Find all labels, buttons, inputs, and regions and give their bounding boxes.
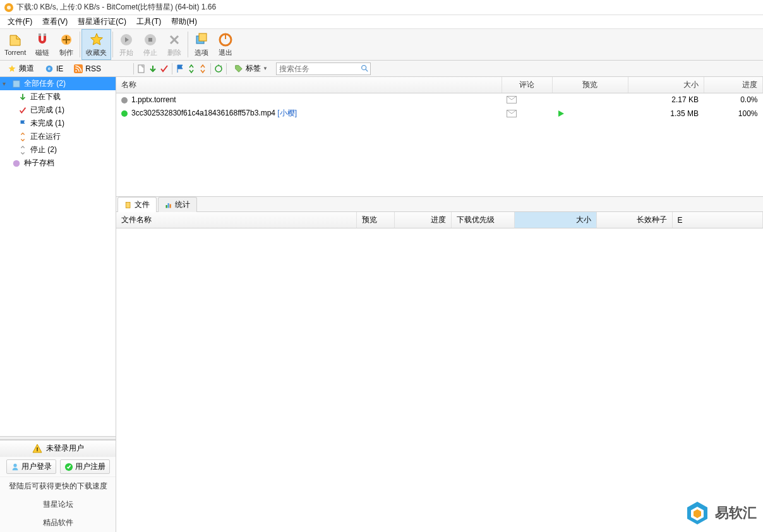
dcol-seed[interactable]: 长效种子: [596, 212, 672, 228]
task-row[interactable]: 3cc302532830f61c4a18436168ff57b3.mp4 [小樱…: [116, 106, 763, 121]
register-button[interactable]: 用户注册: [60, 459, 110, 474]
separator: [226, 63, 227, 74]
svg-rect-16: [138, 65, 144, 73]
task-name: 3cc302532830f61c4a18436168ff57b3.mp4: [131, 109, 275, 117]
exit-button[interactable]: 退出: [213, 29, 237, 60]
task-tree: ▾ 全部任务 (2) 正在下载 已完成 (1) 未完成 (1) 正在运行: [0, 77, 116, 436]
updown-orange-icon[interactable]: [198, 64, 208, 74]
dcol-size[interactable]: 大小: [514, 212, 596, 228]
expander-icon[interactable]: ▾: [3, 80, 9, 87]
col-preview[interactable]: 预览: [552, 77, 628, 93]
task-tag: [小樱]: [275, 109, 297, 117]
svg-rect-14: [74, 64, 83, 73]
tab-stats[interactable]: 统计: [158, 197, 197, 212]
menu-bar: 文件(F) 查看(V) 彗星通行证(C) 工具(T) 帮助(H): [0, 15, 763, 29]
progress-cell: 100%: [704, 106, 763, 121]
separator: [210, 63, 211, 74]
channel-button[interactable]: 频道: [3, 61, 39, 76]
soft-link[interactable]: 精品软件: [0, 514, 116, 532]
torrent-icon: [8, 33, 23, 48]
mail-icon: [507, 110, 517, 117]
exit-icon: [218, 32, 233, 47]
tree-downloading[interactable]: 正在下载: [0, 90, 116, 103]
check-icon[interactable]: [159, 64, 169, 74]
search-icon[interactable]: [360, 64, 369, 73]
preview-cell[interactable]: [552, 93, 628, 107]
new-doc-icon[interactable]: [136, 64, 147, 74]
col-comment[interactable]: 评论: [502, 77, 552, 93]
make-button[interactable]: 制作: [54, 29, 78, 60]
stats-icon: [165, 201, 172, 209]
options-button[interactable]: 选项: [189, 29, 213, 60]
col-size[interactable]: 大小: [628, 77, 704, 93]
separator: [133, 63, 134, 74]
svg-point-18: [362, 65, 366, 69]
tree-stopped[interactable]: 停止 (2): [0, 143, 116, 157]
menu-tools[interactable]: 工具(T): [131, 15, 166, 28]
svg-point-15: [76, 70, 77, 71]
stop-button[interactable]: 停止: [138, 29, 162, 60]
start-button[interactable]: 开始: [114, 29, 138, 60]
updown-green-icon[interactable]: [186, 64, 196, 74]
svg-text:e: e: [48, 66, 51, 71]
size-cell: 2.17 KB: [628, 93, 704, 107]
search-box: [276, 62, 371, 75]
make-icon: [59, 32, 74, 47]
dcol-progress[interactable]: 进度: [394, 212, 451, 228]
preview-cell[interactable]: [552, 106, 628, 121]
col-name[interactable]: 名称: [116, 77, 502, 93]
tree-running[interactable]: 正在运行: [0, 130, 116, 143]
menu-passport[interactable]: 彗星通行证(C): [73, 15, 131, 28]
dcol-e[interactable]: E: [672, 212, 763, 228]
ie-icon: e: [44, 64, 54, 74]
svg-rect-7: [148, 38, 152, 42]
task-row[interactable]: 1.pptx.torrent2.17 KB0.0%: [116, 93, 763, 107]
ie-button[interactable]: e IE: [40, 62, 68, 76]
tree-all-tasks[interactable]: ▾ 全部任务 (2): [0, 77, 116, 90]
svg-rect-26: [126, 202, 130, 208]
refresh-icon[interactable]: [213, 64, 224, 74]
detail-table: 文件名称 预览 进度 下载优先级 大小 长效种子 E: [116, 212, 763, 532]
magnet-button[interactable]: 磁链: [30, 29, 54, 60]
menu-help[interactable]: 帮助(H): [166, 15, 202, 28]
star-icon: [89, 32, 104, 47]
tree-unfinished[interactable]: 未完成 (1): [0, 117, 116, 130]
tab-files[interactable]: 文件: [117, 197, 157, 212]
dropdown-icon: ▼: [263, 66, 268, 71]
options-icon: [194, 32, 209, 47]
comment-cell[interactable]: [502, 93, 552, 107]
dcol-fname[interactable]: 文件名称: [116, 212, 356, 228]
torrent-button[interactable]: Torrent: [0, 29, 30, 60]
login-tip: 登陆后可获得更快的下载速度: [0, 477, 116, 495]
watermark-text: 易软汇: [715, 504, 757, 523]
archive-icon: [11, 158, 21, 168]
delete-icon: [167, 32, 182, 47]
rss-button[interactable]: RSS: [69, 62, 105, 76]
svg-point-1: [7, 6, 11, 9]
magnet-icon: [35, 32, 50, 47]
play-icon: [557, 110, 565, 117]
down-arrow-icon[interactable]: [148, 64, 158, 74]
comment-cell[interactable]: [502, 106, 552, 121]
flag-icon[interactable]: [175, 64, 185, 74]
login-button[interactable]: 用户登录: [6, 459, 56, 474]
svg-rect-19: [13, 80, 20, 87]
tree-finished[interactable]: 已完成 (1): [0, 103, 116, 117]
dcol-preview[interactable]: 预览: [356, 212, 394, 228]
task-table: 名称 评论 预览 大小 进度 1.pptx.torrent2.17 KB0.0%…: [116, 77, 763, 197]
search-input[interactable]: [276, 62, 371, 75]
svg-rect-9: [199, 33, 207, 41]
menu-view[interactable]: 查看(V): [37, 15, 73, 28]
svg-rect-2: [39, 33, 41, 36]
folder-icon: [11, 79, 21, 89]
separator: [172, 63, 172, 74]
favorites-button[interactable]: 收藏夹: [81, 29, 111, 60]
tags-button[interactable]: 标签 ▼: [229, 61, 272, 76]
forum-link[interactable]: 彗星论坛: [0, 495, 116, 514]
col-progress[interactable]: 进度: [704, 77, 763, 93]
delete-button[interactable]: 删除: [162, 29, 186, 60]
tree-archive[interactable]: 种子存档: [0, 157, 116, 170]
dcol-priority[interactable]: 下载优先级: [451, 212, 514, 228]
user-panel: ! 未登录用户 用户登录 用户注册 登陆后可获得更快的下载速度 彗星论坛 精品软…: [0, 440, 116, 532]
menu-file[interactable]: 文件(F): [3, 15, 37, 28]
